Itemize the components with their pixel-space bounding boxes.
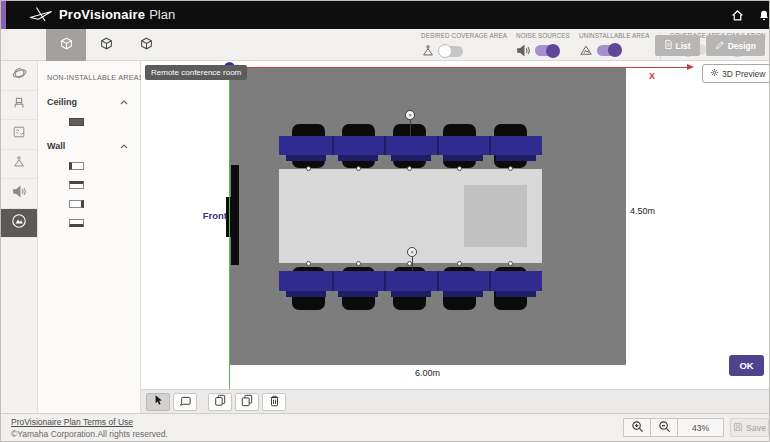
panel-title: NON-INSTALLABLE AREAS	[47, 73, 140, 82]
lasso-tool-button[interactable]	[173, 393, 197, 411]
3d-preview-button[interactable]: 3D Preview	[702, 64, 770, 83]
uninstallable-area-toggle[interactable]	[597, 45, 621, 56]
app-window: ProVisionairePlan DESIRED COVERAGE AREAN…	[0, 0, 770, 442]
desk-panel	[496, 155, 536, 161]
delete-icon	[269, 393, 280, 411]
noise-sources-toggle[interactable]	[535, 45, 559, 56]
non-installable-area-icon	[11, 213, 27, 233]
microphone[interactable]: ✕	[407, 247, 417, 257]
microphone[interactable]: ✕	[405, 110, 415, 120]
footer-bar: ProVisionaire Plan Terms of Use ©Yamaha …	[1, 413, 769, 442]
sidebar-item-coverage-area[interactable]	[1, 150, 37, 180]
wall-area-thumbnail[interactable]	[69, 162, 84, 170]
speakers-icon	[12, 66, 27, 85]
sidebar-item-speakers[interactable]	[1, 61, 37, 91]
view-tab-3[interactable]	[126, 29, 166, 61]
zoom-controls: 43%	[623, 418, 724, 437]
desired-coverage-area-group: DESIRED COVERAGE AREA	[421, 32, 507, 58]
x-axis-arrow	[687, 64, 694, 70]
view-tab-2[interactable]	[86, 29, 126, 61]
lasso-icon	[179, 393, 192, 411]
sidebar-item-checklist[interactable]	[1, 120, 37, 150]
bell-icon[interactable]	[756, 8, 770, 23]
seat-marker[interactable]	[306, 166, 311, 171]
cube-icon	[140, 36, 153, 54]
ceiling-area-thumbnail[interactable]	[69, 118, 84, 126]
desk-divider	[332, 136, 334, 155]
wall-area-thumbnail[interactable]	[69, 181, 84, 189]
view-tab-1[interactable]	[46, 29, 86, 61]
seat-marker[interactable]	[407, 166, 412, 171]
paste-icon	[241, 393, 253, 411]
seat-marker[interactable]	[356, 166, 361, 171]
design-button-label: Design	[728, 41, 756, 51]
desk-panel	[338, 291, 378, 297]
room-height-dimension: 4.50m	[630, 206, 655, 216]
seat-marker[interactable]	[457, 261, 462, 266]
save-button-label: Save	[746, 423, 766, 433]
section-label: Ceiling	[47, 97, 77, 107]
desk-divider	[489, 271, 491, 291]
desk-divider	[384, 136, 386, 155]
sidebar-item-noise-source[interactable]	[1, 179, 37, 209]
seat-marker[interactable]	[508, 166, 513, 171]
desk-row[interactable]	[279, 136, 542, 155]
app-title-light: Plan	[149, 7, 175, 22]
desk-row[interactable]	[279, 271, 542, 291]
room-name-badge: Remote conference room	[145, 65, 247, 80]
3d-preview-label: 3D Preview	[722, 69, 765, 79]
wall-area-thumbnail[interactable]	[69, 200, 84, 208]
checklist-icon	[12, 125, 26, 143]
cube-icon	[100, 36, 113, 54]
seat-marker[interactable]	[457, 166, 462, 171]
noise-icon	[516, 44, 531, 57]
noise-source-icon	[12, 184, 27, 202]
paste-tool-button[interactable]	[235, 393, 259, 411]
zoom-level-value: 43%	[677, 418, 724, 437]
list-button[interactable]: List	[655, 35, 700, 56]
select-tool-button[interactable]	[146, 393, 170, 411]
uninstallable-icon	[579, 44, 593, 56]
save-icon	[733, 422, 743, 434]
section-header-ceiling: Ceiling	[47, 97, 128, 107]
wall-area-thumbnail[interactable]	[69, 219, 84, 227]
table-inset[interactable]	[464, 185, 527, 247]
magnifier-minus-icon	[658, 419, 671, 437]
seat-marker[interactable]	[407, 261, 412, 266]
seat-marker[interactable]	[508, 261, 513, 266]
save-button[interactable]: Save	[730, 418, 769, 437]
list-icon	[664, 39, 673, 52]
room-width-dimension: 6.00m	[229, 368, 626, 378]
sidebar-rail	[1, 61, 38, 413]
magnifier-plus-icon	[631, 419, 644, 437]
copy-tool-button[interactable]	[208, 393, 232, 411]
chevron-up-icon[interactable]	[120, 100, 128, 105]
plan-canvas[interactable]: ✕ ✕ X Remote conference room Front 4.50m…	[141, 61, 770, 389]
desired-coverage-area-toggle[interactable]	[439, 46, 463, 57]
seat-marker[interactable]	[306, 261, 311, 266]
section-label: Wall	[47, 141, 65, 151]
zoom-in-button[interactable]	[623, 418, 651, 437]
y-axis-line	[229, 67, 230, 389]
coverage-area-icon	[12, 155, 26, 173]
desk-panel	[286, 155, 326, 161]
terms-of-use-link[interactable]: ProVisionaire Plan Terms of Use	[11, 417, 133, 427]
home-icon[interactable]	[730, 8, 745, 23]
front-display[interactable]	[231, 165, 239, 265]
provisionaire-logo-icon	[29, 6, 53, 27]
sidebar-item-furniture[interactable]	[1, 91, 37, 121]
toggle-label: UNINSTALLABLE AREA	[579, 32, 650, 39]
desk-panel	[443, 155, 483, 161]
delete-tool-button[interactable]	[262, 393, 286, 411]
chevron-up-icon[interactable]	[120, 144, 128, 149]
desk-divider	[384, 271, 386, 291]
seat-marker[interactable]	[356, 261, 361, 266]
zoom-out-button[interactable]	[650, 418, 678, 437]
section-header-wall: Wall	[47, 141, 128, 151]
sidebar-item-non-installable-area[interactable]	[1, 209, 37, 239]
view-toolbar: DESIRED COVERAGE AREANOISE SOURCESUNINST…	[1, 29, 769, 61]
design-button[interactable]: Design	[706, 35, 765, 56]
ok-button[interactable]: OK	[729, 355, 764, 376]
desk-panel	[443, 291, 483, 297]
microphone-icon: ✕	[405, 110, 415, 120]
